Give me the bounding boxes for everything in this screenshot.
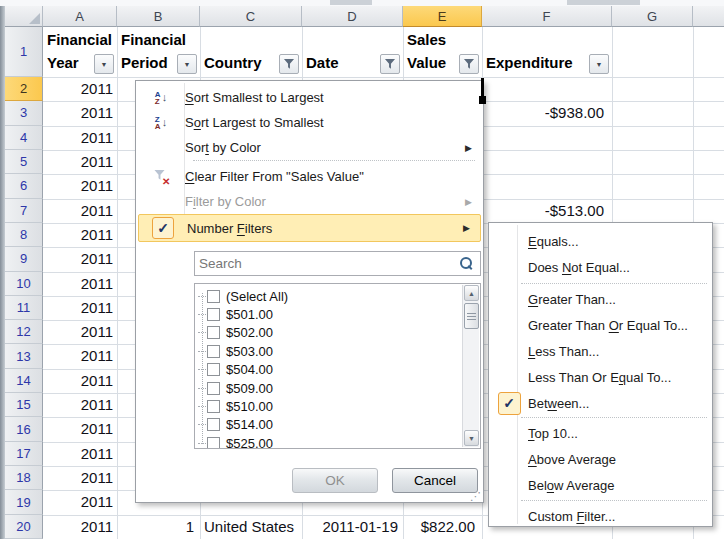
row-header-2[interactable]: 2 — [5, 77, 43, 101]
cell-financial-year-row5[interactable]: 2011 — [45, 153, 115, 173]
row-header-14[interactable]: 14 — [5, 369, 43, 393]
column-header-F[interactable]: F — [482, 6, 612, 27]
cell-financial-year-row2[interactable]: 2011 — [45, 80, 115, 100]
row-header-8[interactable]: 8 — [5, 223, 43, 247]
submenu-item-between[interactable]: ✓Between... — [490, 390, 711, 416]
cancel-button[interactable]: Cancel — [392, 468, 478, 493]
filter-dropdown-button[interactable]: ▼ — [589, 54, 609, 74]
filter-funnel-button[interactable] — [459, 54, 479, 74]
cell-financial-year-row16[interactable]: 2011 — [45, 420, 115, 440]
row-header-7[interactable]: 7 — [5, 199, 43, 223]
cell-financial-year-row10[interactable]: 2011 — [45, 275, 115, 295]
search-icon[interactable] — [459, 256, 474, 271]
list-item[interactable]: $503.00 — [198, 342, 273, 360]
row-header-16[interactable]: 16 — [5, 417, 43, 441]
column-header-D[interactable]: D — [302, 6, 403, 27]
filter-funnel-button[interactable] — [279, 54, 299, 74]
list-item[interactable]: $525.00 — [198, 434, 273, 449]
list-item[interactable]: $504.00 — [198, 361, 273, 379]
scrollbar-thumb[interactable] — [464, 303, 479, 329]
row-header-9[interactable]: 9 — [5, 247, 43, 271]
value-checkbox[interactable] — [207, 363, 220, 376]
row-header-11[interactable]: 11 — [5, 296, 43, 320]
cell-financial-year-row6[interactable]: 2011 — [45, 177, 115, 197]
cell-financial-year-row18[interactable]: 2011 — [45, 469, 115, 489]
menu-item-sort-largest-to-smallest[interactable]: ZA↓Sort Largest to Smallest — [137, 110, 482, 135]
cell-financial-year-row15[interactable]: 2011 — [45, 396, 115, 416]
submenu-item-greater-than[interactable]: Greater Than... — [490, 286, 711, 312]
row-header-1[interactable]: 1 — [5, 27, 43, 77]
column-header-B[interactable]: B — [117, 6, 200, 27]
row-header-6[interactable]: 6 — [5, 174, 43, 198]
value-checkbox[interactable] — [207, 345, 220, 358]
cell-financial-year-row20[interactable]: 2011 — [45, 518, 115, 538]
row-header-5[interactable]: 5 — [5, 150, 43, 174]
cell-date-row20[interactable]: 2011-01-19 — [304, 518, 401, 538]
cell-financial-year-row11[interactable]: 2011 — [45, 299, 115, 319]
menu-item-sort-smallest-to-largest[interactable]: AZ↓Sort Smallest to Largest — [137, 85, 482, 110]
row-header-19[interactable]: 19 — [5, 490, 43, 514]
column-header-G[interactable]: G — [612, 6, 693, 27]
submenu-item-top-10[interactable]: Top 10... — [490, 420, 711, 446]
menu-resize-grip[interactable]: ⋰ — [470, 491, 481, 502]
scrollbar-up-button[interactable]: ▲ — [464, 285, 479, 301]
cell-country-row20[interactable]: United States — [202, 518, 300, 538]
cell-financial-year-row17[interactable]: 2011 — [45, 445, 115, 465]
list-item[interactable]: $514.00 — [198, 416, 273, 434]
row-header-10[interactable]: 10 — [5, 272, 43, 296]
list-item[interactable]: $501.00 — [198, 305, 273, 323]
row-header-3[interactable]: 3 — [5, 101, 43, 125]
cell-expenditure-row3[interactable]: -$938.00 — [484, 104, 610, 124]
value-checkbox[interactable] — [207, 418, 220, 431]
cell-financial-year-row8[interactable]: 2011 — [45, 226, 115, 246]
filter-dropdown-button[interactable]: ▼ — [94, 54, 114, 74]
filter-funnel-button[interactable] — [380, 54, 400, 74]
menu-item-sort-by-color[interactable]: Sort by Color▶ — [137, 135, 482, 160]
column-header-E[interactable]: E — [403, 6, 482, 27]
list-item[interactable]: $509.00 — [198, 379, 273, 397]
cell-financial-year-row7[interactable]: 2011 — [45, 202, 115, 222]
cell-financial-year-row9[interactable]: 2011 — [45, 250, 115, 270]
list-item[interactable]: $510.00 — [198, 397, 273, 415]
submenu-item-less-than[interactable]: Less Than... — [490, 338, 711, 364]
cell-expenditure-row7[interactable]: -$513.00 — [484, 202, 610, 222]
value-checkbox[interactable] — [207, 308, 220, 321]
value-checkbox[interactable] — [207, 437, 220, 449]
row-header-18[interactable]: 18 — [5, 466, 43, 490]
cell-financial-year-row19[interactable]: 2011 — [45, 493, 115, 513]
value-checkbox[interactable] — [207, 326, 220, 339]
submenu-item-custom-filter[interactable]: Custom Filter... — [490, 503, 711, 529]
submenu-item-below-average[interactable]: Below Average — [490, 472, 711, 498]
cell-financial-year-row3[interactable]: 2011 — [45, 104, 115, 124]
submenu-item-greater-than-or-equal-to[interactable]: Greater Than Or Equal To... — [490, 312, 711, 338]
row-header-15[interactable]: 15 — [5, 393, 43, 417]
submenu-item-does-not-equal[interactable]: Does Not Equal... — [490, 254, 711, 280]
value-checkbox[interactable] — [207, 400, 220, 413]
row-header-4[interactable]: 4 — [5, 126, 43, 150]
submenu-item-equals[interactable]: Equals... — [490, 228, 711, 254]
cell-financial-year-row4[interactable]: 2011 — [45, 129, 115, 149]
column-header-C[interactable]: C — [200, 6, 302, 27]
filter-dropdown-button[interactable]: ▼ — [177, 54, 197, 74]
menu-item-number-filters[interactable]: ✓Number Filters▶ — [138, 214, 481, 242]
list-item-select-all[interactable]: (Select All) — [198, 287, 288, 305]
cell-financial-year-row14[interactable]: 2011 — [45, 372, 115, 392]
row-header-17[interactable]: 17 — [5, 442, 43, 466]
submenu-item-less-than-or-equal-to[interactable]: Less Than Or Equal To... — [490, 364, 711, 390]
cell-financial-period-row20[interactable]: 1 — [119, 518, 198, 538]
scrollbar-down-button[interactable]: ▼ — [464, 430, 479, 446]
list-scrollbar[interactable]: ▲ ▼ — [462, 285, 479, 447]
search-input[interactable] — [195, 256, 459, 271]
cell-financial-year-row12[interactable]: 2011 — [45, 323, 115, 343]
active-cell-fill-handle[interactable] — [479, 96, 486, 104]
value-checkbox[interactable] — [207, 290, 220, 303]
row-header-13[interactable]: 13 — [5, 344, 43, 368]
cell-financial-year-row13[interactable]: 2011 — [45, 347, 115, 367]
list-item[interactable]: $502.00 — [198, 324, 273, 342]
menu-item-clear-filter[interactable]: ✕Clear Filter From "Sales Value" — [137, 164, 482, 189]
submenu-item-above-average[interactable]: Above Average — [490, 446, 711, 472]
cell-sales-value-row20[interactable]: $822.00 — [405, 518, 480, 538]
column-header-A[interactable]: A — [43, 6, 117, 27]
select-all-corner[interactable] — [5, 6, 43, 27]
row-header-12[interactable]: 12 — [5, 320, 43, 344]
